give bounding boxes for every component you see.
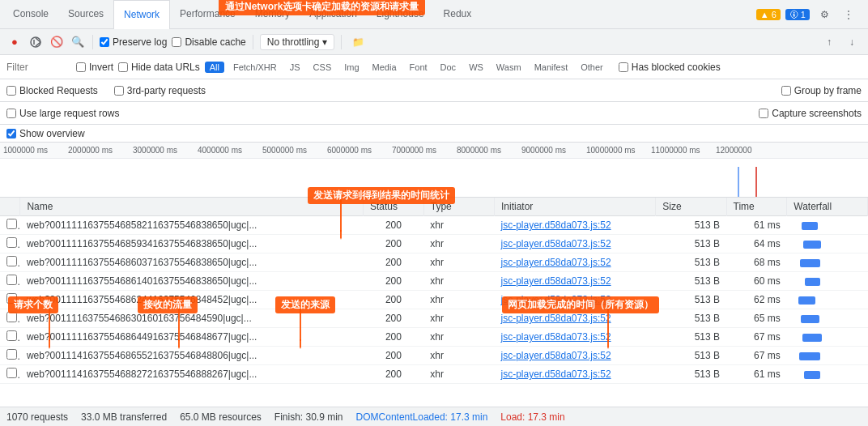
th-checkbox [0,198,20,216]
tab-memory[interactable]: Memory [245,0,300,29]
search-btn[interactable]: 🔍 [70,34,86,50]
hide-data-urls-checkbox[interactable]: Hide data URLs [118,62,200,73]
row-checkbox-0[interactable] [0,216,20,235]
filter-all-btn[interactable]: All [205,62,224,73]
clear-btn[interactable]: 🚫 [49,34,65,50]
row-size-2: 513 B [656,253,726,272]
timeline-ruler: 1000000 ms 2000000 ms 3000000 ms 4000000… [0,143,868,159]
table-row[interactable]: web?001111163755468603716375546838650|ug… [0,253,868,272]
blocked-requests-checkbox[interactable]: Blocked Requests [6,85,98,96]
row-time-0: 61 ms [726,216,787,235]
row-initiator-5[interactable]: jsc-player.d58da073.js:52 [494,309,655,328]
row-checkbox-8[interactable] [0,365,20,384]
filter-css-btn[interactable]: CSS [309,62,336,73]
filter-manifest-btn[interactable]: Manifest [530,62,572,73]
row-name-4: web?001111163755468624416375546848452|ug… [20,291,364,309]
row-checkbox-2[interactable] [0,253,20,272]
tab-redux[interactable]: Redux [434,0,482,29]
row-size-3: 513 B [656,272,726,291]
settings-icon[interactable]: ⚙ [815,5,834,24]
row-initiator-3[interactable]: jsc-player.d58da073.js:52 [494,272,655,291]
row-checkbox-3[interactable] [0,272,20,291]
filter-doc-btn[interactable]: Doc [436,62,461,73]
tab-console[interactable]: Console [3,0,58,29]
has-blocked-cookies-checkbox[interactable]: Has blocked cookies [619,62,721,73]
th-status[interactable]: Status [364,198,424,216]
tab-network[interactable]: Network [113,0,170,29]
row-initiator-6[interactable]: jsc-player.d58da073.js:52 [494,328,655,347]
row-checkbox-5[interactable] [0,309,20,328]
row-initiator-7[interactable]: jsc-player.d58da073.js:52 [494,347,655,365]
table-row[interactable]: web?00111163755468630160163756484590|ugc… [0,309,868,328]
filter-wasm-btn[interactable]: Wasm [492,62,525,73]
ruler-label-6: 7000000 ms [392,146,457,155]
record-btn[interactable]: ● [6,34,23,50]
table-row[interactable]: web?001111163755468644916375546848677|ug… [0,328,868,347]
preserve-log-checkbox[interactable]: Preserve log [100,36,167,48]
invert-checkbox[interactable]: Invert [76,62,113,73]
row-name-0: web?001111163755468582116375546838650|ug… [20,216,364,235]
row-initiator-1[interactable]: jsc-player.d58da073.js:52 [494,235,655,253]
th-waterfall[interactable]: Waterfall [787,198,868,216]
filter-fetchxhr-btn[interactable]: Fetch/XHR [229,62,281,73]
upload-icon[interactable]: ↑ [819,32,839,52]
more-icon[interactable]: ⋮ [839,5,858,24]
row-initiator-0[interactable]: jsc-player.d58da073.js:52 [494,216,655,235]
timeline-mark-1 [738,167,739,198]
row-checkbox-7[interactable] [0,347,20,365]
filter-js-btn[interactable]: JS [286,62,304,73]
capture-screenshots-checkbox[interactable]: Capture screenshots [759,108,862,119]
toolbar-divider-2 [253,35,253,49]
filter-img-btn[interactable]: Img [340,62,363,73]
filter-font-btn[interactable]: Font [406,62,432,73]
stop-btn[interactable] [28,34,44,50]
throttling-select[interactable]: No throttling ▾ [260,34,335,50]
table-row[interactable]: web?001114163755468655216375546848806|ug… [0,347,868,365]
table-row[interactable]: web?001111163755468582116375546838650|ug… [0,216,868,235]
status-bar: 1070 requests 33.0 MB transferred 65.0 M… [0,407,868,426]
th-time[interactable]: Time [726,198,787,216]
group-by-frame-checkbox[interactable]: Group by frame [781,85,862,96]
import-icon[interactable]: 📁 [348,32,368,52]
row-status-5: 200 [364,309,424,328]
th-name[interactable]: Name [20,198,364,216]
tab-right-controls: ▲ 6 🛈 1 ⚙ ⋮ [756,5,865,24]
th-type[interactable]: Type [423,198,494,216]
row-time-6: 67 ms [726,328,787,347]
row-checkbox-6[interactable] [0,328,20,347]
th-initiator[interactable]: Initiator [494,198,655,216]
table-row[interactable]: web?001111163755468614016375546838650|ug… [0,272,868,291]
table-container[interactable]: Name Status Type Initiator Size Time Wat… [0,198,868,426]
filter-other-btn[interactable]: Other [577,62,607,73]
tab-application[interactable]: Application [300,0,367,29]
filter-input[interactable] [6,62,71,73]
table-row[interactable]: web?001114163755468827216375546888267|ug… [0,365,868,384]
filter-media-btn[interactable]: Media [368,62,401,73]
large-rows-checkbox[interactable]: Use large request rows [6,108,119,119]
info-badge: 🛈 1 [785,9,810,20]
th-size[interactable]: Size [656,198,726,216]
options-row-2: Use large request rows Capture screensho… [0,102,868,125]
row-size-7: 513 B [656,347,726,365]
tab-sources[interactable]: Sources [58,0,113,29]
row-checkbox-4[interactable] [0,291,20,309]
show-overview-checkbox[interactable]: Show overview [6,128,85,139]
row-initiator-2[interactable]: jsc-player.d58da073.js:52 [494,253,655,272]
download-icon[interactable]: ↓ [842,32,862,52]
table-row[interactable]: web?001111163755468593416375546838650|ug… [0,235,868,253]
tab-performance[interactable]: Performance [170,0,245,29]
row-initiator-8[interactable]: jsc-player.d58da073.js:52 [494,365,655,384]
table-row[interactable]: web?001111163755468624416375546848452|ug… [0,291,868,309]
filter-ws-btn[interactable]: WS [465,62,487,73]
row-status-2: 200 [364,253,424,272]
row-initiator-4[interactable]: jsc-player.d58da073.js:52 [494,291,655,309]
row-waterfall-2 [787,253,868,272]
row-checkbox-1[interactable] [0,235,20,253]
timeline-chart[interactable] [0,159,868,197]
row-waterfall-8 [787,365,868,384]
row-time-3: 60 ms [726,272,787,291]
third-party-checkbox[interactable]: 3rd-party requests [114,85,206,96]
disable-cache-checkbox[interactable]: Disable cache [172,36,245,48]
row-name-5: web?00111163755468630160163756484590|ugc… [20,309,364,328]
tab-lighthouse[interactable]: Lighthouse [367,0,434,29]
